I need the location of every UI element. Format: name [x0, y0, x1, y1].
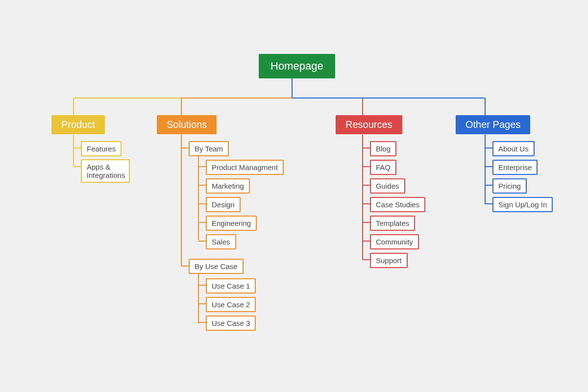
leaf-faq[interactable]: FAQ [370, 160, 396, 175]
leaf-signup-login[interactable]: Sign Up/Log In [492, 197, 553, 212]
group-by-team[interactable]: By Team [189, 141, 229, 156]
leaf-product-management[interactable]: Product Managment [206, 160, 284, 175]
leaf-features[interactable]: Features [81, 141, 122, 156]
leaf-design[interactable]: Design [206, 197, 241, 212]
leaf-use-case-2[interactable]: Use Case 2 [206, 297, 256, 312]
sitemap-canvas: Homepage Product Features Apps & Integra… [0, 0, 588, 392]
section-resources[interactable]: Resources [336, 115, 402, 134]
leaf-use-case-1[interactable]: Use Case 1 [206, 278, 256, 294]
leaf-engineering[interactable]: Engineering [206, 216, 257, 231]
leaf-apps-integrations[interactable]: Apps & Integrations [81, 159, 130, 183]
section-solutions[interactable]: Solutions [157, 115, 217, 134]
leaf-about-us[interactable]: About Us [492, 141, 535, 156]
section-other-pages[interactable]: Other Pages [456, 115, 530, 134]
leaf-case-studies[interactable]: Case Studies [370, 197, 425, 212]
leaf-community[interactable]: Community [370, 234, 419, 249]
group-by-use-case[interactable]: By Use Case [189, 259, 244, 274]
root-node[interactable]: Homepage [259, 54, 335, 78]
leaf-use-case-3[interactable]: Use Case 3 [206, 316, 256, 331]
leaf-enterprise[interactable]: Enterprise [492, 160, 538, 175]
leaf-pricing[interactable]: Pricing [492, 178, 527, 194]
leaf-marketing[interactable]: Marketing [206, 178, 250, 194]
section-product[interactable]: Product [51, 115, 105, 134]
leaf-templates[interactable]: Templates [370, 216, 415, 231]
leaf-guides[interactable]: Guides [370, 178, 405, 194]
leaf-support[interactable]: Support [370, 253, 408, 268]
leaf-blog[interactable]: Blog [370, 141, 396, 156]
leaf-sales[interactable]: Sales [206, 234, 236, 249]
